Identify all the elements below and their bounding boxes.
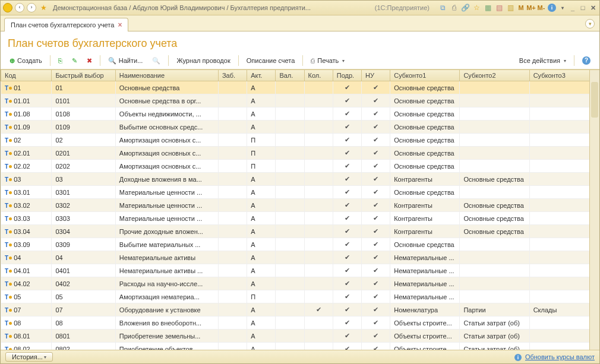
desc-label: Описание счета (247, 57, 295, 64)
col-podr[interactable]: Подр. (333, 70, 361, 81)
edit-button[interactable]: ✎ (68, 55, 81, 67)
scrollbar-thumb[interactable] (591, 82, 598, 118)
refresh-icon: i (514, 353, 522, 361)
journal-button[interactable]: Журнал проводок (172, 55, 234, 66)
app-logo-icon (3, 3, 12, 12)
minimize-button[interactable]: _ (569, 4, 577, 12)
close-button[interactable]: ✕ (589, 4, 597, 12)
toolbar: ⊕ Создать ⎘ ✎ ✖ 🔍 Найти... 🔍 Журнал пров… (1, 53, 599, 69)
account-icon: T (5, 242, 12, 248)
print-icon[interactable]: ⎙ (449, 3, 459, 12)
account-icon: T (5, 229, 12, 235)
table-row[interactable]: T 01.080108Объекты недвижимости, ...А✔✔О… (1, 107, 599, 121)
table-row[interactable]: T 02.010201Амортизация основных с...П✔✔О… (1, 147, 599, 160)
table-row[interactable]: T 0202Амортизация основных с...П✔✔Основн… (1, 134, 599, 147)
journal-label: Журнал проводок (176, 57, 230, 64)
window-title: Демонстрационная база / Абдулов Юрий Вла… (53, 4, 372, 11)
mem-mminus-button[interactable]: M- (537, 4, 545, 12)
account-icon: T (5, 268, 12, 274)
account-icon: T (5, 333, 12, 340)
table-row[interactable]: T 0101Основные средстваА✔✔Основные средс… (1, 81, 599, 94)
tab-close-icon[interactable]: × (118, 21, 122, 29)
star-icon[interactable]: ☆ (472, 3, 481, 12)
status-bar: История... ▾ i Обновить курсы валют (1, 350, 599, 363)
table-row[interactable]: T 04.020402Расходы на научно-иссле...А✔✔… (1, 277, 599, 290)
col-fast[interactable]: Быстрый выбор (52, 70, 115, 81)
col-name[interactable]: Наименование (115, 70, 218, 81)
account-icon: T (5, 294, 12, 300)
create-label: Создать (17, 57, 42, 64)
calendar-icon[interactable]: ▥ (506, 3, 515, 12)
col-sub3[interactable]: Субконто3 (529, 70, 599, 81)
col-sub1[interactable]: Субконто1 (390, 70, 460, 81)
col-kol[interactable]: Кол. (304, 70, 333, 81)
clear-find-button[interactable]: 🔍 (148, 55, 165, 67)
print-button[interactable]: ⎙ Печать ▾ (307, 55, 349, 66)
table-row[interactable]: T 0303Доходные вложения в ма...А✔✔Контра… (1, 173, 599, 186)
accounts-table[interactable]: Код Быстрый выбор Наименование Заб. Акт.… (1, 70, 599, 350)
find-button[interactable]: 🔍 Найти... (104, 55, 147, 67)
delete-button[interactable]: ✖ (83, 55, 96, 67)
mem-m-button[interactable]: M (517, 4, 525, 12)
col-akt[interactable]: Акт. (247, 70, 276, 81)
info-dropdown-icon[interactable]: ▾ (558, 4, 567, 12)
maximize-button[interactable]: □ (579, 4, 587, 12)
grid: Код Быстрый выбор Наименование Заб. Акт.… (1, 69, 599, 350)
link-icon[interactable]: 🔗 (460, 3, 470, 12)
history-button[interactable]: История... ▾ (5, 352, 53, 362)
all-actions-button[interactable]: Все действия ▾ (515, 55, 570, 66)
account-desc-button[interactable]: Описание счета (242, 55, 299, 66)
account-icon: T (5, 85, 12, 91)
all-actions-label: Все действия (519, 57, 560, 64)
window-title-suffix: (1С:Предприятие) (375, 4, 430, 11)
search-clear-icon: 🔍 (152, 57, 160, 65)
nav-fwd-icon[interactable]: › (27, 3, 36, 12)
table-row[interactable]: T 08.020802Приобретение объектов ...А✔✔О… (1, 343, 599, 350)
account-icon: T (5, 163, 12, 170)
search-icon: 🔍 (108, 57, 116, 65)
table-row[interactable]: T 03.040304Прочие доходные вложен...А✔✔К… (1, 225, 599, 238)
info-icon[interactable]: i (547, 3, 557, 12)
mem-mplus-button[interactable]: M+ (527, 4, 535, 12)
col-val[interactable]: Вал. (276, 70, 304, 81)
collapse-icon[interactable]: ▾ (585, 19, 595, 29)
tab-chart-of-accounts[interactable]: План счетов бухгалтерского учета × (4, 18, 128, 31)
content-area: План счетов бухгалтерского учета ⊕ Созда… (1, 31, 599, 350)
favorite-icon[interactable]: ★ (39, 3, 48, 12)
table-row[interactable]: T 01.010101Основные средства в орг...А✔✔… (1, 94, 599, 107)
account-icon: T (5, 124, 12, 131)
grid-icon[interactable]: ▦ (483, 3, 492, 12)
col-nu[interactable]: НУ (361, 70, 390, 81)
account-icon: T (5, 255, 12, 261)
nav-back-icon[interactable]: ‹ (15, 3, 24, 12)
calc-icon[interactable]: ▤ (494, 3, 504, 12)
table-row[interactable]: T 03.090309Выбытие материальных ...А✔✔Ос… (1, 238, 599, 251)
print-label: Печать (317, 57, 339, 64)
table-row[interactable]: T 02.020202Амортизация основных с...П✔✔О… (1, 160, 599, 173)
preview-icon[interactable]: ⧉ (438, 3, 447, 12)
table-row[interactable]: T 0505Амортизация нематериа...П✔✔Нематер… (1, 290, 599, 303)
table-row[interactable]: T 03.020302Материальные ценности ...А✔✔К… (1, 199, 599, 212)
table-row[interactable]: T 0808Вложения во внеоборотн...А✔✔Объект… (1, 316, 599, 330)
table-row[interactable]: T 03.010301Материальные ценности ...А✔✔О… (1, 186, 599, 199)
printer-icon: ⎙ (311, 57, 315, 64)
table-row[interactable]: T 0707Оборудование к установкеА✔✔✔Номенк… (1, 303, 599, 316)
pencil-icon: ✎ (72, 57, 77, 65)
refresh-rates-link[interactable]: Обновить курсы валют (525, 353, 595, 360)
copy-button[interactable]: ⎘ (54, 55, 67, 66)
table-row[interactable]: T 03.030303Материальные ценности ...А✔✔К… (1, 212, 599, 225)
help-button[interactable]: ? (578, 55, 595, 67)
table-header-row: Код Быстрый выбор Наименование Заб. Акт.… (1, 70, 599, 81)
account-icon: T (5, 111, 12, 118)
table-row[interactable]: T 0404Нематериальные активыА✔✔Нематериал… (1, 251, 599, 264)
create-button[interactable]: ⊕ Создать (5, 55, 46, 67)
col-code[interactable]: Код (1, 70, 52, 81)
col-zab[interactable]: Заб. (218, 70, 247, 81)
table-row[interactable]: T 04.010401Нематериальные активы ...А✔✔Н… (1, 264, 599, 277)
chevron-down-icon: ▾ (564, 58, 566, 64)
table-row[interactable]: T 08.010801Приобретение земельны...А✔✔Об… (1, 330, 599, 343)
table-row[interactable]: T 01.090109Выбытие основных средс...А✔✔О… (1, 121, 599, 134)
col-sub2[interactable]: Субконто2 (460, 70, 529, 81)
vertical-scrollbar[interactable] (589, 70, 599, 350)
account-icon: T (5, 307, 12, 314)
